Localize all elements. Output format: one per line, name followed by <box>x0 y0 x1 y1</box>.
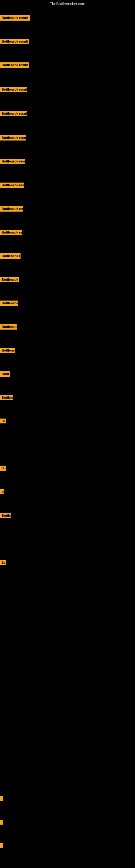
bottleneck-badge: Bottleneck result <box>0 15 30 21</box>
bottleneck-badge: Bottle <box>0 513 11 518</box>
bottleneck-badge: Bottleneck result <box>0 39 29 44</box>
bottleneck-badge: Bottleneck result <box>0 111 27 116</box>
bottleneck-badge: Bottleneck res <box>0 301 18 306</box>
bottleneck-badge: | <box>0 843 3 848</box>
bottleneck-badge: B <box>0 489 4 494</box>
bottleneck-badge: | <box>0 820 3 825</box>
bottleneck-badge: | <box>0 796 3 801</box>
bottleneck-badge: Bottleneck result <box>0 206 23 212</box>
site-title: TheBottlenecker.com <box>0 0 135 8</box>
bottleneck-badge: Bottleneck result <box>0 159 25 164</box>
bottleneck-badge: Bo <box>0 418 6 424</box>
bottleneck-badge: Bottlene <box>0 395 13 400</box>
bottleneck-badge: Bottleneck result <box>0 62 29 68</box>
bottleneck-badge: Bottleneck re <box>0 324 17 330</box>
bottleneck-badge: Bottleneck result <box>0 183 24 188</box>
bottleneck-badge: Bottleneck result <box>0 230 22 235</box>
bottleneck-badge: Bottleneck res <box>0 277 19 282</box>
bottleneck-badge: Bottleneck <box>0 348 15 353</box>
bottleneck-badge: Bottl <box>0 371 10 377</box>
bottleneck-badge: Bo <box>0 466 6 471</box>
bottleneck-badge: Bottleneck result <box>0 87 27 92</box>
bottleneck-badge: Bo <box>0 560 6 565</box>
bottleneck-badge: Bottleneck resul <box>0 253 20 259</box>
bottleneck-badge: Bottleneck result <box>0 135 26 141</box>
